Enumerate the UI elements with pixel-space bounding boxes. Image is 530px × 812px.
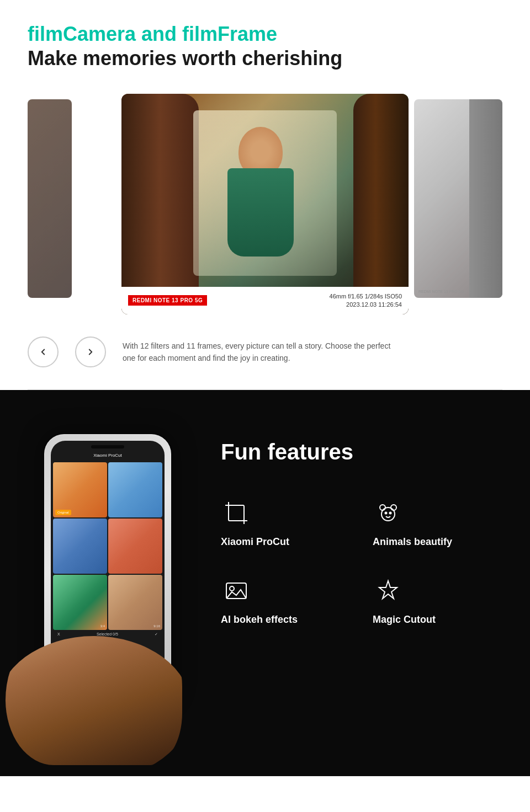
film-title-black: Make memories worth cherishing bbox=[28, 46, 502, 72]
svg-point-9 bbox=[390, 512, 391, 514]
svg-point-11 bbox=[230, 586, 234, 591]
animals-icon bbox=[373, 498, 404, 528]
carousel-main-card: REDMI NOTE 13 PRO 5G 46mm f/1.65 1/284s … bbox=[121, 94, 409, 314]
film-section: filmCamera and filmFrame Make memories w… bbox=[0, 0, 530, 389]
fun-features-content: Fun features Xiaomi ProCut bbox=[221, 423, 502, 626]
svg-point-8 bbox=[385, 512, 387, 514]
bokeh-icon bbox=[221, 575, 252, 606]
carousel: REDMI NOTE 13 PRO 5G 46mm f/1.65 1/284s … bbox=[28, 88, 502, 320]
film-meta-line2: 2023.12.03 11:26:54 bbox=[330, 301, 402, 309]
carousel-main-image bbox=[121, 94, 409, 314]
grid-cell-1: Original bbox=[53, 462, 107, 517]
fun-section: Xiaomi ProCut Original 3:4 9:16 bbox=[0, 390, 530, 776]
hand-holding-phone bbox=[6, 622, 182, 765]
film-strip-bar: REDMI NOTE 13 PRO 5G 46mm f/1.65 1/284s … bbox=[121, 287, 409, 314]
features-grid: Xiaomi ProCut Animals beautify bbox=[221, 498, 502, 626]
film-meta: 46mm f/1.65 1/284s ISO50 2023.12.03 11:2… bbox=[330, 292, 402, 309]
fun-title: Fun features bbox=[221, 440, 502, 464]
carousel-right-card: REDMI NOTE 13 PRO 5G bbox=[414, 99, 502, 298]
film-meta-line1: 46mm f/1.65 1/284s ISO50 bbox=[330, 292, 402, 301]
svg-rect-0 bbox=[229, 505, 244, 521]
right-partial-label: REDMI NOTE 13 PRO 5G bbox=[418, 290, 464, 293]
carousel-description: With 12 filters and 11 frames, every pic… bbox=[123, 340, 399, 365]
svg-point-7 bbox=[391, 505, 396, 510]
feature-bokeh-label: AI bokeh effects bbox=[221, 614, 298, 626]
svg-marker-12 bbox=[379, 581, 397, 599]
feature-bokeh: AI bokeh effects bbox=[221, 575, 351, 626]
next-button[interactable] bbox=[75, 336, 106, 367]
cutout-icon bbox=[373, 575, 404, 606]
crop-icon bbox=[221, 498, 252, 528]
feature-procut-label: Xiaomi ProCut bbox=[221, 536, 289, 548]
svg-rect-10 bbox=[226, 583, 246, 599]
phone-app-title: Xiaomi ProCut bbox=[51, 441, 165, 458]
svg-point-5 bbox=[381, 507, 395, 521]
person-figure bbox=[222, 127, 332, 281]
phone-notch bbox=[91, 445, 124, 448]
camera-badge: REDMI NOTE 13 PRO 5G bbox=[128, 295, 207, 306]
cell-time-5: 3:4 bbox=[100, 624, 105, 628]
film-title-colored: filmCamera and filmFrame bbox=[28, 22, 502, 46]
phone-mockup: Xiaomi ProCut Original 3:4 9:16 bbox=[28, 434, 188, 699]
feature-procut: Xiaomi ProCut bbox=[221, 498, 351, 548]
svg-point-6 bbox=[380, 505, 385, 510]
grid-cell-4 bbox=[108, 519, 162, 574]
feature-animals-label: Animals beautify bbox=[373, 536, 452, 548]
film-nav-row: With 12 filters and 11 frames, every pic… bbox=[28, 320, 502, 389]
cell-time-6: 9:16 bbox=[153, 624, 160, 628]
grid-cell-3 bbox=[53, 519, 107, 574]
grid-cell-2 bbox=[108, 462, 162, 517]
feature-animals: Animals beautify bbox=[373, 498, 502, 548]
feature-cutout: Magic Cutout bbox=[373, 575, 502, 626]
carousel-left-card bbox=[28, 99, 72, 298]
feature-cutout-label: Magic Cutout bbox=[373, 614, 436, 626]
prev-button[interactable] bbox=[28, 336, 59, 367]
original-badge: Original bbox=[55, 510, 71, 515]
phone-grid: Original 3:4 9:16 bbox=[53, 462, 162, 630]
